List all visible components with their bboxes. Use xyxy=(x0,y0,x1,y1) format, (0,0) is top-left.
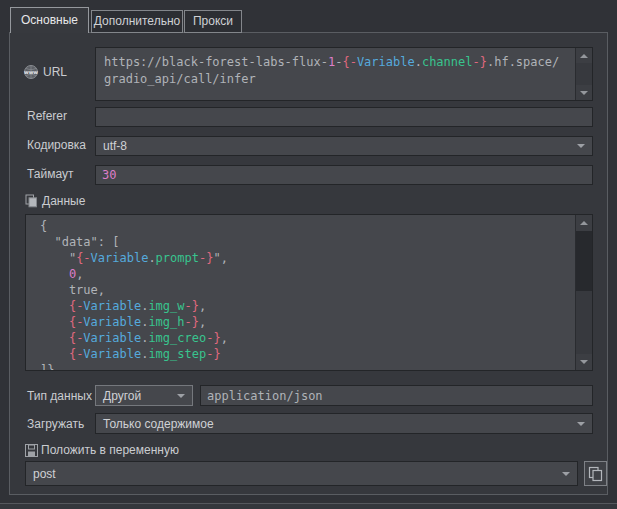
load-mode-selected-value: Только содержимое xyxy=(103,414,214,433)
payload-editor[interactable]: { "data": [ "{-Variable.prompt-}", 0, tr… xyxy=(25,214,593,371)
bottom-strip xyxy=(0,504,617,509)
load-mode-select[interactable]: Только содержимое xyxy=(95,413,593,434)
triangle-down-icon xyxy=(580,360,588,364)
encoding-selected-value: utf-8 xyxy=(103,137,127,155)
chevron-down-icon xyxy=(577,144,585,148)
output-variable-label-group: Положить в переменную xyxy=(25,443,179,457)
copy-variable-button[interactable] xyxy=(584,461,607,486)
referer-input[interactable] xyxy=(96,108,592,126)
timeout-field-frame xyxy=(95,165,593,185)
url-label-group: www URL xyxy=(23,64,67,80)
data-type-label: Тип данных xyxy=(27,389,92,403)
referer-label: Referer xyxy=(27,109,67,123)
url-editor[interactable]: https://black-forest-labs-flux-1-{-Varia… xyxy=(95,47,593,101)
svg-text:www: www xyxy=(24,69,38,75)
timeout-input[interactable] xyxy=(96,166,592,184)
payload-label: Данные xyxy=(42,194,85,208)
output-variable-selected-value: post xyxy=(33,462,56,485)
copy-pages-icon xyxy=(588,466,603,482)
chevron-down-icon xyxy=(577,422,585,426)
load-mode-label: Загружать xyxy=(27,417,84,431)
scroll-down-button[interactable] xyxy=(576,354,592,370)
globe-www-icon: www xyxy=(23,64,39,80)
payload-label-group: Данные xyxy=(25,194,85,208)
scrollbar-thumb[interactable] xyxy=(576,231,592,291)
save-floppy-icon xyxy=(25,444,38,457)
scroll-down-button[interactable] xyxy=(576,85,592,100)
data-type-selected-value: Другой xyxy=(103,386,141,405)
url-label: URL xyxy=(43,65,67,79)
tab-proxy[interactable]: Прокси xyxy=(184,10,242,33)
encoding-label: Кодировка xyxy=(27,138,86,152)
tab-additional[interactable]: Дополнительно xyxy=(91,10,183,33)
chevron-down-icon xyxy=(562,472,570,476)
copy-pages-icon xyxy=(25,194,38,208)
scroll-up-button[interactable] xyxy=(576,48,592,63)
triangle-down-icon xyxy=(580,91,588,95)
timeout-label: Таймаут xyxy=(27,167,73,181)
content-type-field-frame xyxy=(200,385,593,406)
encoding-select[interactable]: utf-8 xyxy=(95,136,593,156)
url-editor-content: https://black-forest-labs-flux-1-{-Varia… xyxy=(104,54,559,88)
data-type-select[interactable]: Другой xyxy=(95,385,193,406)
payload-editor-scrollbar[interactable] xyxy=(575,215,592,370)
output-variable-label: Положить в переменную xyxy=(41,443,179,457)
chevron-down-icon xyxy=(177,394,185,398)
url-editor-scrollbar[interactable] xyxy=(575,48,592,100)
request-settings-panel: www URL https://black-forest-labs-flux-1… xyxy=(9,32,608,495)
tab-basic[interactable]: Основные xyxy=(10,7,89,33)
scroll-up-button[interactable] xyxy=(576,215,592,231)
output-variable-select[interactable]: post xyxy=(25,461,578,486)
triangle-up-icon xyxy=(580,221,588,225)
content-type-input[interactable] xyxy=(201,386,592,405)
referer-field-frame xyxy=(95,107,593,127)
payload-editor-content: { "data": [ "{-Variable.prompt-}", 0, tr… xyxy=(40,218,228,371)
triangle-up-icon xyxy=(580,54,588,58)
